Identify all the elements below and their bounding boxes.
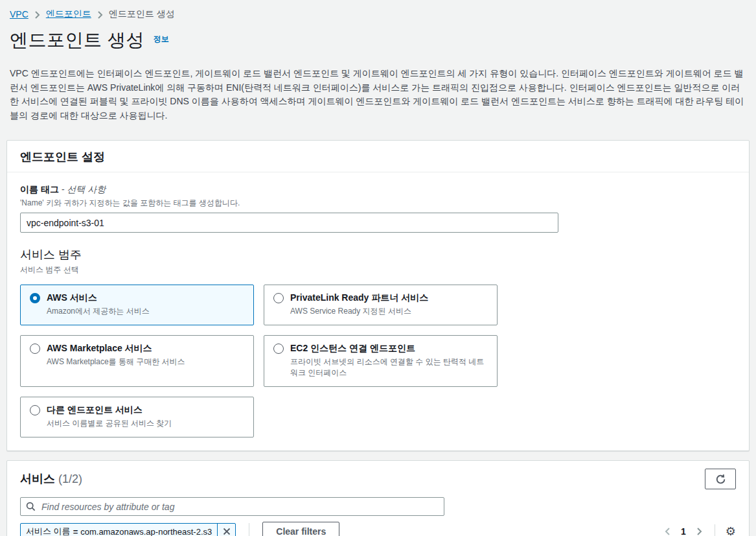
tile-aws-marketplace[interactable]: AWS Marketplace 서비스 AWS Marketplace를 통해 … [20,335,254,387]
services-card: 서비스 (1/2) 서비스 이름 = com.amazonaws.ap-nort… [6,460,750,536]
divider [715,524,715,536]
optional-label: - 선택 사항 [62,184,106,194]
radio-checked-icon[interactable] [30,293,40,303]
current-page-number: 1 [681,526,686,536]
radio-icon[interactable] [30,405,40,415]
chevron-right-icon [34,10,40,19]
search-box[interactable] [20,497,444,516]
gear-icon: ⚙ [726,525,736,536]
breadcrumb-vpc-link[interactable]: VPC [10,9,29,19]
clear-filters-button[interactable]: Clear filters [262,522,339,536]
breadcrumb: VPC 엔드포인트 엔드포인트 생성 [0,0,756,21]
name-tag-input[interactable] [20,213,558,233]
services-title: 서비스 (1/2) [20,471,82,487]
chevron-right-icon [696,527,703,536]
settings-button[interactable]: ⚙ [726,526,736,536]
radio-icon[interactable] [273,293,284,303]
search-icon [26,502,36,511]
pagination: 1 ⚙ [663,524,736,536]
refresh-button[interactable] [705,469,736,489]
filter-tag: 서비스 이름 = com.amazonaws.ap-northeast-2.s3 [20,523,236,536]
chevron-left-icon [664,527,670,536]
radio-icon[interactable] [273,344,284,354]
tile-other-endpoint-service[interactable]: 다른 엔드포인트 서비스 서비스 이름별로 공유된 서비스 찾기 [20,397,254,437]
services-count: (1/2) [58,472,82,485]
breadcrumb-current: 엔드포인트 생성 [109,8,175,20]
close-icon [223,528,231,535]
info-link[interactable]: 정보 [154,34,169,43]
tile-privatelink-ready[interactable]: PrivateLink Ready 파트너 서비스 AWS Service Re… [264,285,498,325]
tile-aws-service[interactable]: AWS 서비스 Amazon에서 제공하는 서비스 [20,285,254,325]
search-input[interactable] [40,501,439,513]
refresh-icon [715,474,726,485]
name-tag-description: 'Name' 키와 귀하가 지정하는 값을 포함하는 태그를 생성합니다. [20,198,736,209]
filter-tag-operator: = [73,527,78,536]
name-tag-label: 이름 태그 - 선택 사항 [20,184,736,196]
service-category-label: 서비스 범주 [20,247,736,262]
previous-page-button[interactable] [663,527,672,536]
filter-tag-value: com.amazonaws.ap-northeast-2.s3 [80,527,212,536]
endpoint-settings-header: 엔드포인트 설정 [7,141,749,172]
service-category-options: AWS 서비스 Amazon에서 제공하는 서비스 PrivateLink Re… [20,285,736,437]
page-title: 엔드포인트 생성 [10,30,144,50]
divider [249,523,249,536]
filter-tag-close-button[interactable] [217,524,235,536]
endpoint-settings-title: 엔드포인트 설정 [20,150,105,163]
next-page-button[interactable] [695,527,704,536]
filter-tag-key: 서비스 이름 [26,526,71,536]
service-category-description: 서비스 범주 선택 [20,264,736,275]
endpoint-settings-card: 엔드포인트 설정 이름 태그 - 선택 사항 'Name' 키와 귀하가 지정하… [6,140,750,451]
tile-ec2-instance-connect[interactable]: EC2 인스턴스 연결 엔드포인트 프라이빗 서브넷의 리소스에 연결할 수 있… [264,335,498,387]
chevron-right-icon [97,10,103,19]
page-description: VPC 엔드포인트에는 인터페이스 엔드포인트, 게이트웨이 로드 밸런서 엔드… [0,63,756,131]
breadcrumb-endpoints-link[interactable]: 엔드포인트 [46,8,91,20]
radio-icon[interactable] [30,344,40,354]
